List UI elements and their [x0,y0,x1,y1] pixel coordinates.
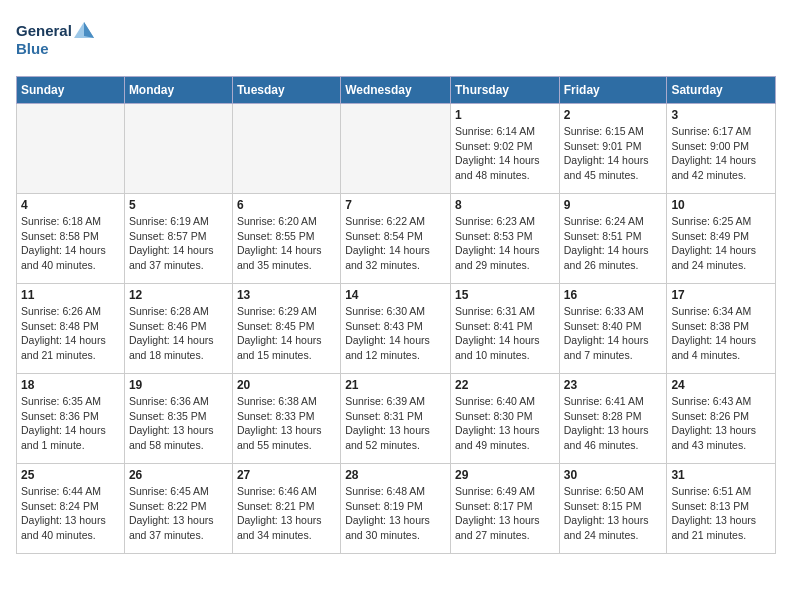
day-number: 30 [564,468,663,482]
calendar-cell: 27Sunrise: 6:46 AM Sunset: 8:21 PM Dayli… [232,464,340,554]
calendar-cell: 31Sunrise: 6:51 AM Sunset: 8:13 PM Dayli… [667,464,776,554]
calendar-cell: 21Sunrise: 6:39 AM Sunset: 8:31 PM Dayli… [341,374,451,464]
day-info: Sunrise: 6:19 AM Sunset: 8:57 PM Dayligh… [129,214,228,273]
calendar-week-row: 4Sunrise: 6:18 AM Sunset: 8:58 PM Daylig… [17,194,776,284]
calendar-cell [17,104,125,194]
day-number: 15 [455,288,555,302]
day-number: 26 [129,468,228,482]
calendar-cell: 9Sunrise: 6:24 AM Sunset: 8:51 PM Daylig… [559,194,667,284]
calendar-cell: 24Sunrise: 6:43 AM Sunset: 8:26 PM Dayli… [667,374,776,464]
day-header-saturday: Saturday [667,77,776,104]
day-number: 24 [671,378,771,392]
day-info: Sunrise: 6:24 AM Sunset: 8:51 PM Dayligh… [564,214,663,273]
day-info: Sunrise: 6:39 AM Sunset: 8:31 PM Dayligh… [345,394,446,453]
calendar-cell: 23Sunrise: 6:41 AM Sunset: 8:28 PM Dayli… [559,374,667,464]
calendar-week-row: 1Sunrise: 6:14 AM Sunset: 9:02 PM Daylig… [17,104,776,194]
calendar-cell: 26Sunrise: 6:45 AM Sunset: 8:22 PM Dayli… [124,464,232,554]
day-number: 22 [455,378,555,392]
day-header-thursday: Thursday [450,77,559,104]
day-number: 27 [237,468,336,482]
day-number: 2 [564,108,663,122]
day-number: 21 [345,378,446,392]
day-info: Sunrise: 6:36 AM Sunset: 8:35 PM Dayligh… [129,394,228,453]
day-info: Sunrise: 6:43 AM Sunset: 8:26 PM Dayligh… [671,394,771,453]
day-info: Sunrise: 6:17 AM Sunset: 9:00 PM Dayligh… [671,124,771,183]
day-header-sunday: Sunday [17,77,125,104]
calendar-cell: 15Sunrise: 6:31 AM Sunset: 8:41 PM Dayli… [450,284,559,374]
day-number: 29 [455,468,555,482]
day-info: Sunrise: 6:22 AM Sunset: 8:54 PM Dayligh… [345,214,446,273]
day-number: 11 [21,288,120,302]
calendar-cell [232,104,340,194]
day-info: Sunrise: 6:26 AM Sunset: 8:48 PM Dayligh… [21,304,120,363]
calendar-cell: 4Sunrise: 6:18 AM Sunset: 8:58 PM Daylig… [17,194,125,284]
calendar-cell: 18Sunrise: 6:35 AM Sunset: 8:36 PM Dayli… [17,374,125,464]
day-header-friday: Friday [559,77,667,104]
day-info: Sunrise: 6:40 AM Sunset: 8:30 PM Dayligh… [455,394,555,453]
day-header-wednesday: Wednesday [341,77,451,104]
day-number: 1 [455,108,555,122]
day-info: Sunrise: 6:18 AM Sunset: 8:58 PM Dayligh… [21,214,120,273]
day-info: Sunrise: 6:46 AM Sunset: 8:21 PM Dayligh… [237,484,336,543]
calendar-cell: 17Sunrise: 6:34 AM Sunset: 8:38 PM Dayli… [667,284,776,374]
day-number: 3 [671,108,771,122]
header: General Blue [16,16,776,64]
calendar-cell: 10Sunrise: 6:25 AM Sunset: 8:49 PM Dayli… [667,194,776,284]
day-number: 14 [345,288,446,302]
calendar-week-row: 18Sunrise: 6:35 AM Sunset: 8:36 PM Dayli… [17,374,776,464]
calendar-cell: 20Sunrise: 6:38 AM Sunset: 8:33 PM Dayli… [232,374,340,464]
day-number: 23 [564,378,663,392]
calendar-cell: 8Sunrise: 6:23 AM Sunset: 8:53 PM Daylig… [450,194,559,284]
calendar-cell: 7Sunrise: 6:22 AM Sunset: 8:54 PM Daylig… [341,194,451,284]
calendar-cell: 25Sunrise: 6:44 AM Sunset: 8:24 PM Dayli… [17,464,125,554]
day-number: 25 [21,468,120,482]
day-number: 20 [237,378,336,392]
day-number: 16 [564,288,663,302]
calendar-cell: 12Sunrise: 6:28 AM Sunset: 8:46 PM Dayli… [124,284,232,374]
day-info: Sunrise: 6:49 AM Sunset: 8:17 PM Dayligh… [455,484,555,543]
day-info: Sunrise: 6:38 AM Sunset: 8:33 PM Dayligh… [237,394,336,453]
day-number: 8 [455,198,555,212]
day-info: Sunrise: 6:23 AM Sunset: 8:53 PM Dayligh… [455,214,555,273]
day-info: Sunrise: 6:44 AM Sunset: 8:24 PM Dayligh… [21,484,120,543]
calendar-cell: 22Sunrise: 6:40 AM Sunset: 8:30 PM Dayli… [450,374,559,464]
calendar-header-row: SundayMondayTuesdayWednesdayThursdayFrid… [17,77,776,104]
svg-marker-3 [74,22,94,38]
calendar-cell: 6Sunrise: 6:20 AM Sunset: 8:55 PM Daylig… [232,194,340,284]
calendar-cell: 19Sunrise: 6:36 AM Sunset: 8:35 PM Dayli… [124,374,232,464]
calendar-cell: 11Sunrise: 6:26 AM Sunset: 8:48 PM Dayli… [17,284,125,374]
svg-text:General: General [16,22,72,39]
calendar-cell [341,104,451,194]
logo: General Blue [16,16,96,64]
calendar-cell: 16Sunrise: 6:33 AM Sunset: 8:40 PM Dayli… [559,284,667,374]
day-number: 12 [129,288,228,302]
calendar-cell: 29Sunrise: 6:49 AM Sunset: 8:17 PM Dayli… [450,464,559,554]
calendar-cell: 2Sunrise: 6:15 AM Sunset: 9:01 PM Daylig… [559,104,667,194]
day-number: 10 [671,198,771,212]
day-info: Sunrise: 6:35 AM Sunset: 8:36 PM Dayligh… [21,394,120,453]
svg-text:Blue: Blue [16,40,49,57]
day-number: 13 [237,288,336,302]
day-info: Sunrise: 6:48 AM Sunset: 8:19 PM Dayligh… [345,484,446,543]
day-info: Sunrise: 6:41 AM Sunset: 8:28 PM Dayligh… [564,394,663,453]
day-info: Sunrise: 6:15 AM Sunset: 9:01 PM Dayligh… [564,124,663,183]
day-info: Sunrise: 6:34 AM Sunset: 8:38 PM Dayligh… [671,304,771,363]
calendar-cell: 5Sunrise: 6:19 AM Sunset: 8:57 PM Daylig… [124,194,232,284]
calendar-cell: 1Sunrise: 6:14 AM Sunset: 9:02 PM Daylig… [450,104,559,194]
day-info: Sunrise: 6:30 AM Sunset: 8:43 PM Dayligh… [345,304,446,363]
day-number: 9 [564,198,663,212]
day-info: Sunrise: 6:14 AM Sunset: 9:02 PM Dayligh… [455,124,555,183]
day-number: 5 [129,198,228,212]
day-number: 7 [345,198,446,212]
logo-svg: General Blue [16,16,96,64]
day-number: 19 [129,378,228,392]
day-number: 31 [671,468,771,482]
day-info: Sunrise: 6:50 AM Sunset: 8:15 PM Dayligh… [564,484,663,543]
calendar-cell: 14Sunrise: 6:30 AM Sunset: 8:43 PM Dayli… [341,284,451,374]
day-number: 28 [345,468,446,482]
day-header-monday: Monday [124,77,232,104]
day-info: Sunrise: 6:25 AM Sunset: 8:49 PM Dayligh… [671,214,771,273]
day-number: 18 [21,378,120,392]
calendar-cell: 13Sunrise: 6:29 AM Sunset: 8:45 PM Dayli… [232,284,340,374]
day-info: Sunrise: 6:33 AM Sunset: 8:40 PM Dayligh… [564,304,663,363]
